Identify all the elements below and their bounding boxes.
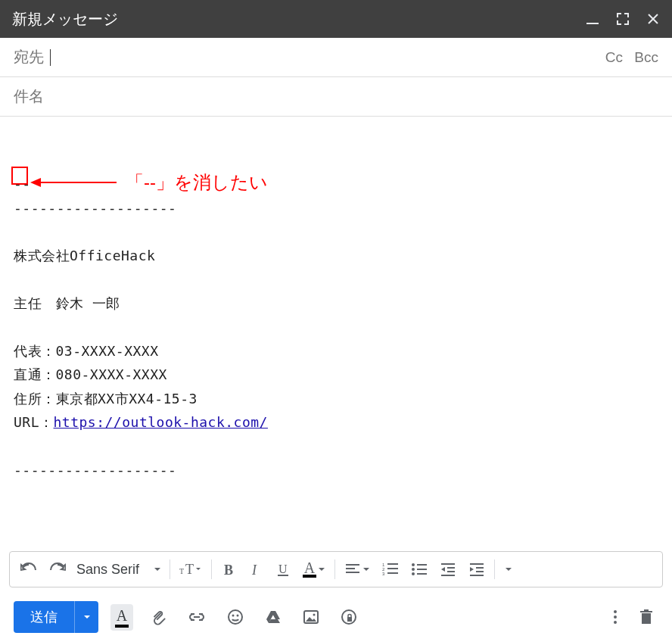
discard-draft-button[interactable]	[634, 604, 658, 630]
to-field-row[interactable]: 宛先 Cc Bcc	[0, 38, 672, 77]
redo-button[interactable]	[43, 557, 72, 581]
svg-rect-19	[417, 569, 427, 570]
insert-link-button[interactable]	[183, 604, 210, 630]
svg-rect-36	[347, 617, 352, 622]
message-body[interactable]: 「--」を消したい -- ------------------- 株式会社Off…	[0, 117, 672, 547]
signature-name: 主任 鈴木 一郎	[14, 291, 658, 316]
indent-more-button[interactable]	[462, 558, 491, 581]
font-family-select[interactable]: Sans Serif	[72, 562, 166, 578]
svg-rect-7	[346, 564, 359, 566]
text-color-button[interactable]: A	[297, 556, 331, 582]
svg-rect-6	[278, 575, 288, 576]
bulleted-list-button[interactable]	[405, 558, 434, 581]
svg-point-30	[229, 610, 242, 624]
font-size-button[interactable]: TT	[173, 556, 208, 582]
svg-text:I: I	[251, 563, 257, 577]
svg-point-31	[232, 615, 235, 617]
svg-point-37	[614, 610, 617, 613]
svg-rect-25	[441, 575, 455, 576]
signature-divider-bottom: -------------------	[14, 458, 658, 482]
title-bar: 新規メッセージ	[0, 0, 672, 38]
confidential-mode-button[interactable]	[336, 604, 362, 630]
signature-divider-top: -------------------	[14, 196, 658, 220]
svg-rect-0	[586, 23, 599, 24]
svg-rect-24	[447, 571, 455, 572]
svg-rect-9	[346, 572, 359, 573]
attach-file-button[interactable]	[145, 604, 171, 630]
svg-point-38	[614, 616, 617, 619]
svg-point-16	[412, 563, 415, 566]
text-cursor	[50, 49, 51, 66]
signature-address: 住所：東京都XX市XX4-15-3	[14, 387, 658, 411]
minimize-icon[interactable]	[586, 12, 599, 26]
more-formatting-button[interactable]	[498, 560, 519, 578]
svg-point-18	[412, 568, 415, 571]
signature-phone-direct: 直通：080-XXXX-XXXX	[14, 363, 658, 387]
svg-rect-40	[642, 613, 651, 624]
to-label: 宛先	[14, 47, 44, 67]
formatting-toolbar: Sans Serif TT B I U A 123	[9, 551, 663, 587]
compose-window: 新規メッセージ 宛先 Cc Bcc 件名	[0, 0, 672, 642]
svg-rect-13	[387, 568, 398, 569]
send-more-button[interactable]	[74, 601, 98, 633]
annotation-arrow: 「--」を消したい	[30, 167, 268, 198]
signature-url-link[interactable]: https://outlook-hack.com/	[54, 414, 268, 430]
svg-rect-27	[476, 567, 484, 569]
insert-drive-button[interactable]	[260, 605, 286, 629]
bold-button[interactable]: B	[215, 557, 242, 581]
insert-emoji-button[interactable]	[222, 604, 248, 630]
svg-point-34	[313, 614, 316, 616]
header-fields: 宛先 Cc Bcc 件名	[0, 38, 672, 117]
svg-rect-15	[387, 572, 398, 574]
italic-button[interactable]: I	[242, 557, 269, 581]
svg-text:T: T	[185, 562, 194, 577]
align-button[interactable]	[338, 558, 376, 581]
action-bar: 送信 A	[0, 592, 672, 642]
svg-text:3: 3	[382, 572, 385, 576]
svg-rect-29	[470, 575, 484, 576]
more-options-button[interactable]	[608, 604, 622, 630]
indent-less-button[interactable]	[434, 558, 462, 581]
signature-phone-main: 代表：03-XXXX-XXXX	[14, 339, 658, 363]
close-icon[interactable]	[646, 12, 660, 26]
signature-company: 株式会社OfficeHack	[14, 244, 658, 268]
svg-rect-8	[346, 568, 355, 569]
chevron-down-icon	[153, 565, 162, 574]
svg-text:T: T	[179, 567, 184, 575]
underline-button[interactable]: U	[269, 556, 297, 582]
svg-rect-23	[447, 567, 455, 569]
svg-rect-28	[476, 571, 484, 572]
bcc-button[interactable]: Bcc	[634, 49, 658, 65]
subject-label: 件名	[14, 86, 44, 107]
svg-rect-17	[417, 564, 427, 566]
send-button[interactable]: 送信	[14, 601, 74, 633]
svg-text:U: U	[278, 563, 288, 575]
expand-icon[interactable]	[616, 12, 630, 26]
svg-point-32	[237, 615, 239, 617]
svg-point-20	[412, 572, 415, 575]
chevron-down-icon	[82, 612, 92, 622]
cc-button[interactable]: Cc	[605, 49, 623, 65]
svg-rect-11	[387, 563, 398, 565]
window-title: 新規メッセージ	[12, 9, 118, 30]
chevron-down-icon	[362, 566, 370, 573]
svg-rect-41	[640, 611, 652, 612]
svg-rect-21	[417, 573, 427, 575]
signature-url-prefix: URL：	[14, 414, 54, 430]
toggle-formatting-button[interactable]: A	[110, 604, 133, 631]
annotation-box	[11, 167, 28, 185]
insert-photo-button[interactable]	[298, 605, 324, 629]
svg-rect-22	[441, 563, 455, 565]
numbered-list-button[interactable]: 123	[376, 558, 405, 581]
svg-point-39	[614, 621, 617, 624]
svg-rect-42	[644, 609, 649, 611]
annotation-text: 「--」を消したい	[126, 167, 268, 198]
undo-button[interactable]	[14, 557, 43, 581]
svg-text:B: B	[224, 563, 233, 577]
svg-rect-26	[470, 563, 484, 565]
subject-field-row[interactable]: 件名	[0, 77, 672, 117]
chevron-down-icon	[318, 566, 325, 573]
